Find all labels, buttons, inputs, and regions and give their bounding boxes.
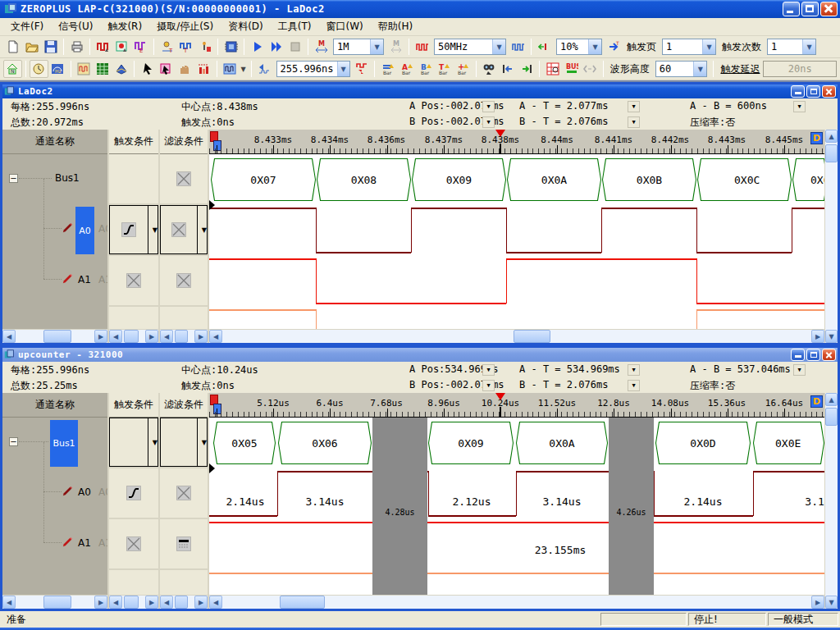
- bus-segment[interactable]: 0X08: [317, 158, 411, 201]
- compressed-region[interactable]: 4.28us: [372, 418, 427, 595]
- filter-cell-a0[interactable]: [160, 468, 208, 519]
- signal-row[interactable]: [209, 205, 824, 256]
- menu-window[interactable]: 窗口(W): [318, 17, 370, 36]
- scroll-right-icon[interactable]: ▶: [145, 596, 158, 609]
- scroll-up-icon[interactable]: ▲: [825, 393, 838, 406]
- trigger-cell-bus[interactable]: ▼: [109, 418, 158, 468]
- chevron-down-icon[interactable]: ▼: [202, 226, 207, 234]
- maximize-button[interactable]: [806, 349, 820, 361]
- maximize-button[interactable]: [801, 2, 819, 16]
- bus-segment[interactable]: 0X0A: [516, 422, 608, 464]
- signal-row[interactable]: 2.14us3.14us2.12us3.14us2.14us3.14: [209, 468, 824, 519]
- scroll-right-icon[interactable]: ▶: [194, 596, 208, 609]
- scroll-left-icon[interactable]: ◀: [209, 330, 222, 343]
- signal-row[interactable]: [209, 570, 824, 595]
- channel-a0-selected[interactable]: A0: [75, 207, 94, 254]
- scroll-down-icon[interactable]: ▼: [825, 330, 838, 343]
- trigger-page-combo[interactable]: 1 ▼: [662, 39, 716, 55]
- analyzer-settings-icon[interactable]: [221, 38, 240, 56]
- scroll-right-icon[interactable]: ▶: [811, 596, 824, 609]
- chevron-down-icon[interactable]: ▼: [153, 226, 158, 234]
- filter-column-scrollbar[interactable]: ◀ ▶: [160, 329, 208, 343]
- channel-a1-label[interactable]: A1: [78, 274, 91, 285]
- filter-cell-bus[interactable]: ▼: [160, 418, 208, 468]
- sampling-setup-icon[interactable]: [112, 38, 131, 56]
- name-column-scrollbar[interactable]: ◀ ▶: [2, 329, 107, 343]
- chevron-down-icon[interactable]: ▼: [693, 62, 706, 76]
- chevron-down-icon[interactable]: ▼: [337, 62, 349, 76]
- bus-segment[interactable]: 0X0A: [507, 158, 601, 201]
- tree-collapse-icon[interactable]: −: [9, 437, 18, 446]
- chevron-down-icon[interactable]: ▼: [802, 39, 815, 54]
- chevron-down-icon[interactable]: ▼: [492, 39, 505, 54]
- name-column-scrollbar[interactable]: ◀ ▶: [2, 595, 107, 609]
- wave-mode-button[interactable]: [221, 60, 240, 78]
- scroll-left-icon[interactable]: ◀: [209, 596, 222, 609]
- bus-segment[interactable]: 0X0D: [655, 422, 751, 464]
- a-b-dropdown[interactable]: ▼: [793, 101, 806, 112]
- scroll-left-icon[interactable]: ◀: [2, 596, 16, 609]
- navigator-button[interactable]: [112, 60, 130, 78]
- waveform-area[interactable]: D 8.433ms8.434ms8.436ms8.437ms8.438ms8.4…: [209, 130, 824, 343]
- scroll-left-icon[interactable]: ◀: [160, 596, 173, 609]
- trigger-cell-a0[interactable]: [109, 468, 158, 519]
- b-pos-dropdown[interactable]: ▼: [482, 380, 495, 391]
- maximize-button[interactable]: [806, 85, 820, 98]
- bus-segment[interactable]: 0X0D: [792, 158, 824, 201]
- minimize-button[interactable]: [791, 349, 805, 361]
- close-button[interactable]: [820, 2, 838, 16]
- waveform-view-button[interactable]: [75, 60, 94, 78]
- goto-trigger-icon[interactable]: T: [605, 38, 623, 56]
- doc1-title-bar[interactable]: LaDoc2: [2, 84, 838, 98]
- filter-cell-a0[interactable]: ▼: [160, 205, 208, 256]
- ab-bar-icon[interactable]: Bar: [378, 60, 397, 78]
- doc2-title-bar[interactable]: upcounter - 321000: [2, 348, 838, 362]
- menu-file[interactable]: 文件(F): [3, 17, 51, 36]
- bus-row[interactable]: 0X070X080X090X0A0X0B0X0C0X0D: [209, 154, 824, 205]
- scroll-right-icon[interactable]: ▶: [94, 330, 107, 343]
- scroll-left-icon[interactable]: ◀: [160, 330, 173, 343]
- chevron-down-icon[interactable]: ▼: [588, 39, 601, 54]
- filter-column-scrollbar[interactable]: ◀ ▶: [160, 595, 208, 609]
- wave-rows[interactable]: 0X050X060X090X0A0X0D0X0E2.14us3.14us2.12…: [209, 418, 824, 595]
- trigger-t-icon[interactable]: T: [176, 38, 195, 56]
- bus-segment[interactable]: 0X07: [211, 158, 316, 201]
- signal-row[interactable]: 23.155ms: [209, 519, 824, 570]
- stack-view-button[interactable]: [543, 60, 562, 78]
- trigger-marker-icon[interactable]: [495, 130, 505, 137]
- a-t-dropdown[interactable]: ▼: [628, 101, 640, 112]
- sample-rate-combo[interactable]: 50MHz ▼: [434, 39, 506, 55]
- home-button[interactable]: N: [3, 60, 22, 78]
- a-bar-icon[interactable]: ABar: [397, 60, 416, 78]
- trigger-i-icon[interactable]: [195, 38, 214, 56]
- channel-a1-label[interactable]: A1: [78, 537, 91, 549]
- trigger-cell-a0[interactable]: ▼: [109, 205, 158, 256]
- a-pos-dropdown[interactable]: ▼: [482, 364, 495, 376]
- close-button[interactable]: [822, 85, 836, 98]
- chevron-down-icon[interactable]: ▼: [240, 66, 245, 73]
- wave-h-scrollbar[interactable]: ◀ ▶: [209, 329, 824, 343]
- d-marker-icon[interactable]: D: [810, 132, 823, 144]
- menu-data[interactable]: 资料(D): [221, 17, 271, 36]
- trigger-cell-bus[interactable]: [109, 154, 158, 205]
- time-ruler[interactable]: D 8.433ms8.434ms8.436ms8.437ms8.438ms8.4…: [209, 130, 824, 154]
- time-ruler[interactable]: D 5.12us6.4us7.68us8.96us10.24us11.52us1…: [209, 393, 824, 418]
- b-t-dropdown[interactable]: ▼: [628, 380, 640, 391]
- t-bar-icon[interactable]: TBar: [435, 60, 454, 78]
- next-edge-button[interactable]: [517, 60, 536, 78]
- trigger-cell-a1[interactable]: [109, 519, 158, 570]
- filter-cell-a1[interactable]: [160, 519, 208, 570]
- stop-button[interactable]: [285, 38, 304, 56]
- goto-tbar-icon[interactable]: [353, 60, 372, 78]
- clock-button[interactable]: [30, 60, 48, 78]
- bus-row[interactable]: 0X050X060X090X0A0X0D0X0E: [209, 418, 824, 468]
- menu-trigger[interactable]: 触发(R): [100, 17, 149, 36]
- channel-tree[interactable]: − Bus1 A0 A0 A1 A1: [2, 418, 107, 595]
- trigger-b-icon[interactable]: T: [158, 38, 176, 56]
- filter-cell-a1[interactable]: [160, 256, 208, 307]
- trigger-cell-a1[interactable]: [109, 256, 158, 307]
- channel-a0-label[interactable]: A0: [78, 486, 91, 498]
- minimize-button[interactable]: [791, 85, 805, 98]
- print-button[interactable]: [67, 38, 86, 56]
- frequency-button[interactable]: Hz: [48, 60, 67, 78]
